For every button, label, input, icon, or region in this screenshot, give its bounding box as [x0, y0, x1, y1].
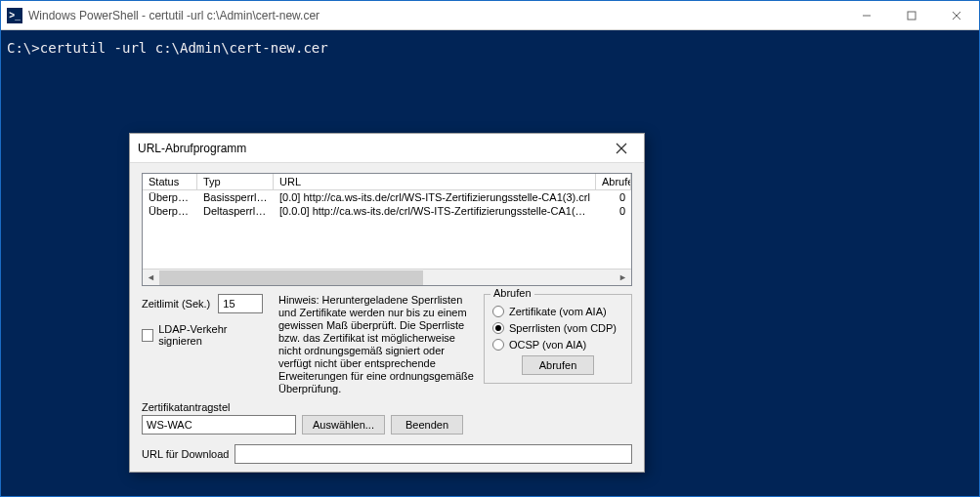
col-typ[interactable]: Typ	[197, 174, 274, 189]
maximize-button[interactable]	[889, 1, 934, 29]
dialog-close-button[interactable]	[607, 135, 636, 162]
timelimit-label: Zeitlimit (Sek.)	[142, 298, 210, 310]
ldap-sign-checkbox[interactable]	[142, 329, 153, 342]
svg-rect-1	[908, 12, 916, 20]
end-button[interactable]: Beenden	[391, 415, 463, 435]
radio-certs-aia-label: Zertifikate (vom AIA)	[509, 306, 607, 317]
url-download-field[interactable]	[234, 444, 632, 464]
radio-ocsp-aia[interactable]	[492, 339, 504, 351]
url-listview[interactable]: Status Typ URL Abrufen Überprüft Basissp…	[142, 173, 632, 286]
timelimit-input[interactable]	[218, 294, 263, 313]
scroll-right-icon[interactable]: ►	[615, 270, 631, 285]
window-controls	[844, 1, 979, 29]
col-abrufen[interactable]: Abrufen	[596, 174, 631, 189]
url-download-label: URL für Download	[142, 448, 229, 460]
radio-certs-aia[interactable]	[492, 306, 504, 317]
retrieve-button[interactable]: Abrufen	[522, 355, 594, 375]
listview-rows: Überprüft Basissperrlis... [0.0] http://…	[143, 190, 631, 269]
cert-subject-label: Zertifikatantragstel	[142, 401, 474, 413]
horizontal-scrollbar[interactable]: ◄ ►	[143, 269, 631, 285]
close-button[interactable]	[934, 1, 979, 29]
select-button[interactable]: Auswählen...	[302, 415, 385, 435]
window-title: Windows PowerShell - certutil -url c:\Ad…	[28, 9, 320, 22]
radio-crls-cdp[interactable]	[492, 322, 504, 334]
retrieve-group: Abrufen Zertifikate (vom AIA) Sperrliste…	[484, 294, 632, 384]
col-url[interactable]: URL	[274, 174, 596, 189]
minimize-button[interactable]	[844, 1, 889, 29]
cert-subject-field[interactable]	[142, 415, 296, 435]
dialog-body: Status Typ URL Abrufen Überprüft Basissp…	[130, 163, 644, 472]
listview-header[interactable]: Status Typ URL Abrufen	[143, 174, 631, 190]
powershell-icon: >_	[7, 8, 22, 23]
dialog-titlebar[interactable]: URL-Abrufprogramm	[130, 134, 644, 163]
titlebar[interactable]: >_ Windows PowerShell - certutil -url c:…	[1, 1, 979, 30]
url-retrieval-dialog: URL-Abrufprogramm Status Typ URL Abrufen	[129, 133, 645, 473]
prompt-line: C:\>certutil -url c:\Admin\cert-new.cer	[7, 40, 973, 56]
scroll-thumb[interactable]	[159, 270, 423, 285]
list-row[interactable]: Überprüft Deltasperrlis... [0.0.0] http:…	[143, 204, 631, 218]
console-area[interactable]: C:\>certutil -url c:\Admin\cert-new.cer …	[1, 30, 979, 496]
col-status[interactable]: Status	[143, 174, 197, 189]
radio-crls-cdp-label: Sperrlisten (vom CDP)	[509, 322, 617, 334]
retrieve-group-title: Abrufen	[490, 287, 534, 299]
powershell-window: >_ Windows PowerShell - certutil -url c:…	[0, 0, 980, 497]
dialog-title: URL-Abrufprogramm	[138, 142, 246, 155]
ldap-sign-label: LDAP-Verkehr signieren	[158, 323, 265, 347]
list-row[interactable]: Überprüft Basissperrlis... [0.0] http://…	[143, 190, 631, 204]
hint-text: Hinweis: Heruntergeladene Sperrlisten un…	[278, 294, 474, 395]
radio-ocsp-aia-label: OCSP (von AIA)	[509, 339, 586, 351]
scroll-track[interactable]	[159, 270, 615, 285]
scroll-left-icon[interactable]: ◄	[143, 270, 159, 285]
